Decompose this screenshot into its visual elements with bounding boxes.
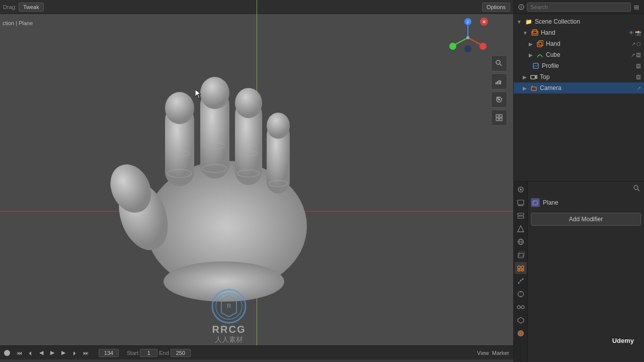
start-label: Start (127, 350, 138, 356)
top-image-icon (532, 62, 540, 70)
output-tab[interactable] (515, 197, 527, 209)
marker-menu[interactable]: Marker (492, 350, 509, 356)
props-search-icon[interactable] (633, 185, 641, 193)
svg-rect-34 (499, 80, 500, 84)
svg-marker-94 (518, 317, 524, 323)
outliner-top-item[interactable]: Profile 🖼 (514, 60, 644, 71)
svg-point-92 (521, 306, 524, 309)
start-frame-input[interactable] (140, 349, 157, 357)
outliner-options-icon[interactable] (633, 4, 640, 11)
svg-line-86 (519, 281, 521, 283)
hand-mesh-icon (531, 29, 539, 37)
breadcrumb: ction | Plane (3, 20, 33, 26)
prev-keyframe-button[interactable]: ◀ (36, 348, 46, 358)
options-button[interactable]: Options (482, 3, 510, 12)
navigation-gizmo[interactable]: Z ✕ (448, 18, 488, 58)
svg-point-91 (517, 306, 520, 309)
jump-start-button[interactable]: ⏮ (14, 348, 24, 358)
svg-rect-35 (500, 80, 501, 84)
physics-tab[interactable] (515, 288, 527, 300)
timeline: ⏮ ⏴ ◀ ▶ ▶ ⏵ ⏭ Start End View Marker (0, 345, 513, 359)
svg-point-23 (464, 45, 471, 52)
camera-view-button[interactable] (491, 92, 507, 108)
svg-rect-54 (537, 42, 542, 47)
watermark-subtext: 人人素材 (215, 335, 243, 344)
data-tab[interactable] (515, 314, 527, 326)
profile-expand-arrow: ▶ (529, 52, 533, 58)
outliner-search-input[interactable] (527, 3, 631, 12)
particles-tab[interactable] (515, 275, 527, 287)
hand-render-icon: 📸 (635, 30, 641, 36)
properties-content: Plane Add Modifier (528, 182, 644, 362)
svg-rect-53 (533, 30, 537, 34)
profile-icon2: 🖼 (636, 52, 641, 58)
view-menu[interactable]: View (477, 350, 489, 356)
drag-label: Drag: (3, 4, 17, 10)
constraints-tab[interactable] (515, 301, 527, 313)
modifier-tab[interactable] (515, 262, 527, 274)
object-tab[interactable] (515, 249, 527, 261)
search-tool-button[interactable] (491, 55, 507, 71)
hand-model (91, 40, 342, 302)
hand-vis-icon: 👁 (629, 30, 634, 36)
svg-rect-82 (521, 269, 524, 271)
svg-text:✕: ✕ (482, 19, 486, 25)
svg-point-8 (235, 88, 262, 118)
svg-rect-36 (496, 82, 497, 84)
world-tab[interactable] (515, 236, 527, 248)
view-layer-tab[interactable] (515, 210, 527, 222)
plane-label: Camera (540, 84, 635, 92)
props-object-header: Plane (531, 196, 641, 210)
top-icon1: 🖼 (636, 63, 641, 69)
current-frame-input[interactable] (99, 349, 119, 357)
svg-point-25 (479, 43, 487, 50)
grid-view-button[interactable] (491, 110, 507, 126)
hand-tool-button[interactable] (491, 73, 507, 89)
next-keyframe-button[interactable]: ▶ (58, 348, 68, 358)
svg-rect-100 (534, 200, 538, 204)
scene-collection-item[interactable]: ▼ 📁 Scene Collection (514, 16, 644, 27)
outliner-profile-item[interactable]: ▶ Cube ↗ 🖼 (514, 49, 644, 60)
svg-rect-49 (634, 6, 639, 7)
outliner-hand-item[interactable]: ▼ Hand 👁 📸 (514, 27, 644, 38)
svg-line-98 (638, 190, 640, 192)
tweak-button[interactable]: Tweak (19, 3, 44, 12)
svg-point-97 (634, 186, 638, 190)
play-button[interactable]: ▶ (47, 348, 57, 358)
render-tab[interactable] (515, 184, 527, 196)
svg-point-28 (466, 36, 469, 39)
svg-rect-50 (634, 7, 639, 8)
svg-point-4 (165, 92, 194, 124)
svg-rect-55 (539, 41, 543, 45)
outliner-camera-item[interactable]: ▶ Top 🖼 (514, 71, 644, 82)
svg-text:R: R (227, 303, 231, 310)
svg-point-66 (520, 189, 522, 191)
viewport[interactable]: Drag: Tweak Options ction | Plane (0, 0, 513, 359)
svg-rect-72 (518, 216, 524, 218)
filter-icon (518, 4, 525, 11)
top-label: Profile (542, 62, 634, 69)
record-button[interactable] (4, 350, 10, 356)
outliner-panel: ▼ 📁 Scene Collection ▼ Hand 👁 📸 ▶ Hand (513, 0, 644, 181)
svg-rect-42 (496, 118, 499, 121)
camera-item-icons: 🖼 (636, 74, 641, 80)
timeline-nav: View Marker (477, 350, 509, 356)
cube-mesh-icon (536, 40, 544, 48)
end-frame-input[interactable] (171, 349, 191, 357)
svg-rect-71 (518, 213, 524, 215)
top-item-icons: 🖼 (636, 63, 641, 69)
outliner-plane-item[interactable]: ▶ Camera ↗ (514, 82, 644, 94)
svg-point-38 (498, 99, 500, 101)
props-object-icon (531, 198, 540, 207)
collection-icon: 📁 (525, 18, 533, 26)
collection-label: Scene Collection (535, 18, 641, 25)
next-frame-button[interactable]: ⏵ (69, 348, 79, 358)
scene-tab[interactable] (515, 223, 527, 235)
outliner-cube-item[interactable]: ▶ Hand ↗ ⬡ (514, 38, 644, 49)
end-label: End (159, 350, 169, 356)
jump-end-button[interactable]: ⏭ (80, 348, 91, 358)
add-modifier-button[interactable]: Add Modifier (531, 213, 641, 226)
prev-frame-button[interactable]: ⏴ (25, 348, 35, 358)
material-tab[interactable] (515, 327, 527, 339)
cube-item-icons: ↗ ⬡ (631, 41, 641, 47)
